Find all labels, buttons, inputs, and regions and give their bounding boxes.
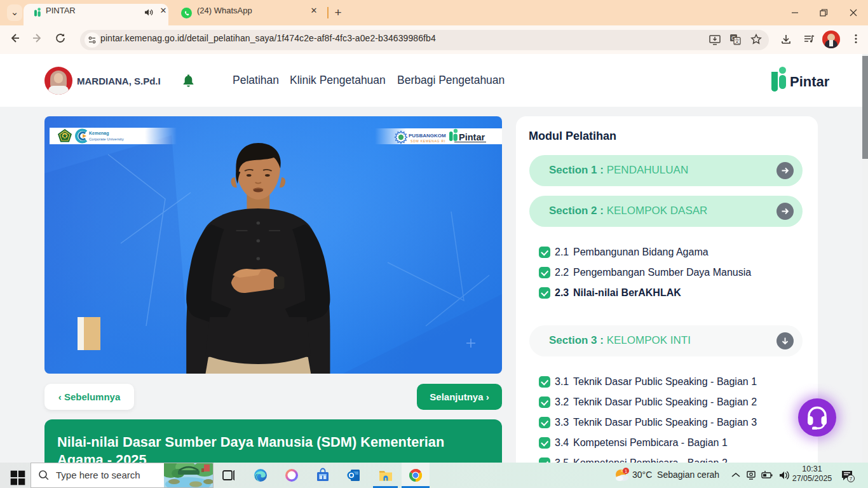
svg-text:1: 1 — [625, 468, 627, 474]
svg-text:Corporate University: Corporate University — [89, 137, 124, 141]
svg-text:Kemenag: Kemenag — [89, 131, 109, 136]
svg-text:文: 文 — [735, 38, 740, 44]
svg-text:SDM KEMENAG RI: SDM KEMENAG RI — [410, 139, 445, 143]
svg-text:7: 7 — [850, 476, 853, 482]
svg-text:Pintar: Pintar — [790, 74, 830, 90]
svg-text:Pintar: Pintar — [459, 132, 485, 142]
svg-text:PUSBANGKOM: PUSBANGKOM — [409, 133, 446, 139]
